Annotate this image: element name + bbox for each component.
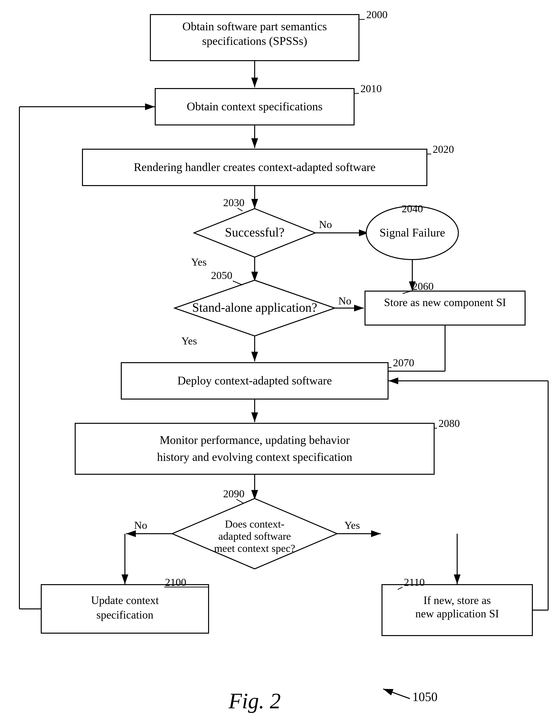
node-2080-text2: history and evolving context specificati… bbox=[157, 450, 352, 463]
node-2090-text2: adapted software bbox=[218, 530, 291, 542]
ref-2020: 2020 bbox=[433, 143, 454, 155]
label-yes-2090: Yes bbox=[344, 519, 360, 531]
ref-1050: 1050 bbox=[412, 690, 438, 704]
svg-line-42 bbox=[383, 689, 410, 699]
node-2020-text: Rendering handler creates context-adapte… bbox=[134, 161, 376, 173]
node-2030-text: Successful? bbox=[225, 225, 284, 239]
ref-2070: 2070 bbox=[393, 357, 414, 369]
label-yes-2050: Yes bbox=[181, 335, 197, 347]
label-no-2050: No bbox=[338, 295, 351, 307]
ref-2010: 2010 bbox=[360, 83, 382, 95]
svg-line-13 bbox=[233, 281, 243, 285]
node-2070-text: Deploy context-adapted software bbox=[177, 374, 332, 387]
ref-2090: 2090 bbox=[223, 488, 244, 500]
label-no-2030: No bbox=[319, 219, 332, 230]
node-2000-text2: specifications (SPSSs) bbox=[202, 34, 307, 48]
ref-2000: 2000 bbox=[366, 9, 388, 21]
node-2000-text: Obtain software part semantics bbox=[182, 20, 327, 33]
ref-2110: 2110 bbox=[404, 576, 425, 588]
node-2010-text: Obtain context specifications bbox=[187, 100, 323, 113]
figure-label: Fig. 2 bbox=[228, 689, 281, 713]
ref-2060: 2060 bbox=[412, 280, 434, 292]
node-2060-text: Store as new component SI bbox=[384, 296, 506, 309]
node-2110-text1: If new, store as bbox=[423, 594, 491, 606]
label-no-2090: No bbox=[134, 519, 147, 531]
node-2100-text1: Update context bbox=[91, 594, 159, 606]
svg-rect-23 bbox=[75, 423, 434, 474]
diagram-container: Obtain software part semantics specifica… bbox=[0, 0, 560, 728]
ref-2040: 2040 bbox=[402, 203, 423, 215]
label-yes-2030: Yes bbox=[191, 256, 207, 268]
ref-2030: 2030 bbox=[223, 197, 244, 209]
node-2090-text1: Does context- bbox=[225, 518, 284, 530]
node-2080-text1: Monitor performance, updating behavior bbox=[160, 434, 350, 446]
ref-2080: 2080 bbox=[438, 417, 460, 429]
ref-2050: 2050 bbox=[211, 270, 232, 281]
ref-2100: 2100 bbox=[165, 576, 186, 588]
node-2050-text: Stand-alone application? bbox=[192, 301, 317, 314]
svg-line-26 bbox=[236, 499, 244, 503]
node-2090-text3: meet context spec? bbox=[214, 542, 295, 554]
flowchart-svg: Obtain software part semantics specifica… bbox=[0, 0, 560, 728]
node-2110-text2: new application SI bbox=[415, 607, 499, 620]
node-2100-text2: specification bbox=[96, 609, 153, 621]
node-2040-text: Signal Failure bbox=[380, 226, 445, 239]
